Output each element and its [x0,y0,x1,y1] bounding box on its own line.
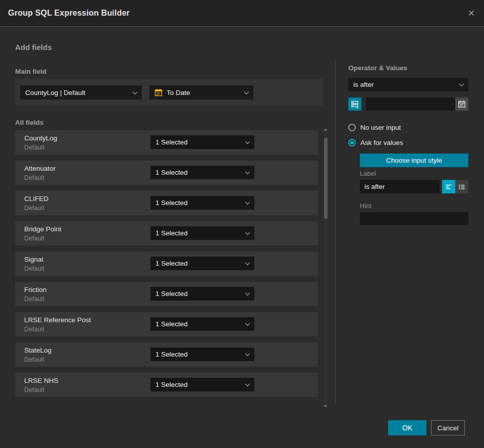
field-selected-dropdown[interactable]: 1 Selected [150,166,254,179]
operator-select[interactable]: is after [348,78,468,91]
field-subtitle: Default [24,205,44,212]
radio-no-user-input[interactable]: No user input [348,124,401,131]
chevron-down-icon [245,139,250,144]
dialog-title: Group SQL Expression Builder [8,9,130,18]
field-name: Signal [24,256,43,263]
all-fields-list: CountyLog Default 1 Selected Attenuator … [15,130,318,403]
field-row: LRSE Reference Post Default 1 Selected [15,312,318,336]
single-line-style-button[interactable] [442,180,455,193]
field-selected-value: 1 Selected [155,351,242,358]
scroll-down-arrow-icon[interactable] [324,405,328,408]
chevron-down-icon [245,381,250,386]
field-row: Bridge Point Default 1 Selected [15,221,318,245]
chevron-down-icon [244,89,249,94]
chevron-down-icon [133,89,138,94]
field-row: StateLog Default 1 Selected [15,342,318,367]
field-selected-dropdown[interactable]: 1 Selected [150,196,254,210]
dialog-titlebar: Group SQL Expression Builder ✕ [0,0,484,27]
chevron-down-icon [245,351,250,356]
field-name: Bridge Point [24,225,62,233]
group-sql-expression-builder-dialog: Group SQL Expression Builder ✕ Add field… [0,0,484,448]
field-row: Signal Default 1 Selected [15,252,318,276]
add-fields-heading: Add fields [15,43,52,52]
radio-circle-selected-icon [348,139,356,146]
main-field-panel: CountyLog | Default To Date [15,79,323,106]
field-subtitle: Default [24,295,44,303]
radio-circle-icon [348,124,356,131]
field-name: LRSE Reference Post [24,316,91,324]
field-selected-dropdown[interactable]: 1 Selected [150,287,254,301]
field-name: StateLog [24,346,51,354]
field-selected-dropdown[interactable]: 1 Selected [150,317,254,331]
ok-button[interactable]: OK [388,420,426,435]
radio-ask-for-values[interactable]: Ask for values [348,139,403,146]
field-selected-dropdown[interactable]: 1 Selected [150,226,254,240]
field-selected-dropdown[interactable]: 1 Selected [150,378,254,391]
align-left-icon [445,183,453,191]
close-icon[interactable]: ✕ [468,9,475,18]
choose-input-style-button[interactable]: Choose input style [360,154,468,167]
operator-select-value: is after [353,81,456,88]
calendar-icon [458,100,466,108]
main-field-heading: Main field [15,68,46,75]
operator-value-input[interactable] [366,97,468,111]
field-row: CLIFED Default 1 Selected [15,191,318,215]
radio-label: Ask for values [360,139,403,146]
field-selected-dropdown[interactable]: 1 Selected [150,135,254,149]
field-subtitle: Default [24,174,44,181]
field-name: Attenuator [24,165,56,172]
chevron-down-icon [245,230,250,235]
chevron-down-icon [245,321,250,326]
field-name: CountyLog [24,134,57,142]
chevron-down-icon [245,200,250,205]
chevron-down-icon [245,260,250,265]
field-row: Attenuator Default 1 Selected [15,161,318,185]
field-selected-value: 1 Selected [155,138,242,146]
field-row: LRSE NHS Default 1 Selected [15,373,318,397]
main-field-type-select[interactable]: To Date [149,85,253,99]
field-selected-value: 1 Selected [155,199,242,207]
label-input[interactable] [360,180,440,193]
bullet-list-icon [458,183,466,191]
chevron-down-icon [245,290,250,295]
list-scrollbar[interactable] [324,132,328,403]
list-style-button[interactable] [455,180,468,193]
field-selected-dropdown[interactable]: 1 Selected [150,257,254,270]
field-subtitle: Default [24,326,44,333]
hint-input[interactable] [360,212,468,225]
field-name: LRSE NHS [24,377,59,384]
field-row: CountyLog Default 1 Selected [15,130,318,155]
stacked-inputs-icon [351,100,359,109]
field-selected-value: 1 Selected [155,320,242,328]
field-subtitle: Default [24,265,44,272]
field-selected-value: 1 Selected [155,381,242,388]
field-name: CLIFED [24,195,48,203]
field-selected-value: 1 Selected [155,229,242,237]
scrollbar-thumb[interactable] [324,138,328,219]
date-picker-button[interactable] [455,97,468,111]
field-selected-value: 1 Selected [155,260,242,267]
field-row: Friction Default 1 Selected [15,282,318,306]
field-selected-value: 1 Selected [155,169,242,176]
cancel-button[interactable]: Cancel [431,420,465,435]
main-field-type-value: To Date [167,89,241,96]
field-subtitle: Default [24,356,44,363]
field-subtitle: Default [24,235,44,242]
chevron-down-icon [245,169,250,174]
scroll-up-arrow-icon[interactable] [324,128,328,131]
calendar-icon [154,88,163,96]
main-field-select-value: CountyLog | Default [25,89,129,96]
field-selected-dropdown[interactable]: 1 Selected [150,347,254,361]
field-subtitle: Default [24,386,44,393]
field-name: Friction [24,286,46,293]
field-subtitle: Default [24,144,44,151]
vertical-divider [335,60,336,404]
operator-values-heading: Operator & Values [348,64,407,72]
chevron-down-icon [459,81,464,86]
radio-label: No user input [360,124,401,131]
all-fields-heading: All fields [15,119,43,126]
label-field-label: Label [360,170,376,177]
input-style-toggle-button[interactable] [348,97,361,111]
hint-field-label: Hint [360,202,371,210]
main-field-select[interactable]: CountyLog | Default [20,85,142,99]
